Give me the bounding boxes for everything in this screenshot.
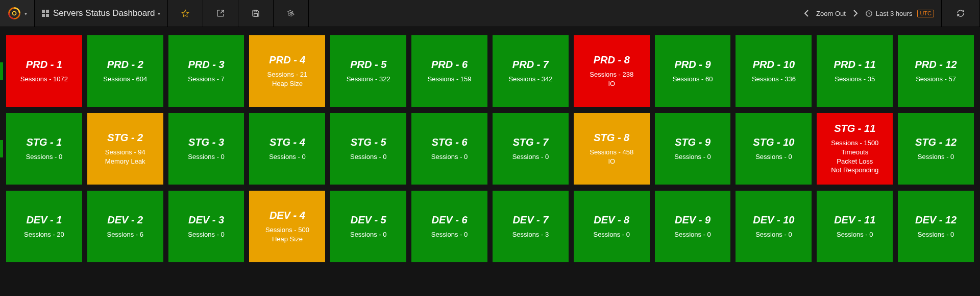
panel-metric: Sessions - 7 xyxy=(188,75,225,84)
status-panel[interactable]: DEV - 9Sessions - 0 xyxy=(655,191,731,262)
status-panel[interactable]: PRD - 7Sessions - 342 xyxy=(493,35,569,107)
panel-metric: Sessions - 0 xyxy=(918,230,954,239)
status-panel[interactable]: DEV - 5Sessions - 0 xyxy=(330,191,406,262)
panel-metric: Sessions - 500 xyxy=(265,225,309,235)
status-panel[interactable]: PRD - 8Sessions - 238IO xyxy=(574,35,650,107)
status-panel[interactable]: STG - 7Sessions - 0 xyxy=(493,113,569,185)
panel-metric: Sessions - 0 xyxy=(755,152,792,162)
status-panel[interactable]: STG - 2Sessions - 94Memory Leak xyxy=(87,113,163,185)
star-dashboard-button[interactable] xyxy=(168,0,203,27)
time-range-picker[interactable]: Last 3 hours xyxy=(865,10,913,17)
panel-title: PRD - 11 xyxy=(834,59,876,71)
panel-title: DEV - 4 xyxy=(270,210,305,221)
panel-metric: Sessions - 0 xyxy=(674,230,711,239)
star-icon xyxy=(181,9,189,17)
dashboard-grid-icon xyxy=(42,10,49,17)
panel-metric: Sessions - 342 xyxy=(508,75,552,84)
status-panel[interactable]: DEV - 10Sessions - 0 xyxy=(736,191,812,262)
row-handle[interactable] xyxy=(0,62,3,80)
panel-metric: Sessions - 0 xyxy=(918,152,954,162)
status-panel[interactable]: DEV - 6Sessions - 0 xyxy=(411,191,487,262)
panel-metric: Sessions - 336 xyxy=(752,75,796,84)
status-panel[interactable]: DEV - 11Sessions - 0 xyxy=(817,191,893,262)
panel-metric: Sessions - 159 xyxy=(428,75,472,84)
panel-metric: Sessions - 0 xyxy=(431,230,468,239)
status-panel[interactable]: PRD - 9Sessions - 60 xyxy=(655,35,731,107)
status-panel[interactable]: STG - 6Sessions - 0 xyxy=(411,113,487,185)
share-icon xyxy=(216,9,225,17)
status-panel[interactable]: STG - 8Sessions - 458IO xyxy=(574,113,650,185)
status-panel[interactable]: STG - 12Sessions - 0 xyxy=(898,113,974,185)
svg-rect-4 xyxy=(42,14,45,17)
status-panel[interactable]: DEV - 3Sessions - 0 xyxy=(168,191,244,262)
save-dashboard-button[interactable] xyxy=(238,0,274,27)
panel-metric: Sessions - 458 xyxy=(590,148,633,157)
panel-metric: Memory Leak xyxy=(105,157,145,166)
status-panel[interactable]: DEV - 2Sessions - 6 xyxy=(87,191,163,262)
status-panel[interactable]: DEV - 1Sessions - 20 xyxy=(6,191,82,262)
panel-metric: Sessions - 604 xyxy=(103,75,147,84)
time-forward-button[interactable] xyxy=(851,10,860,17)
status-panel[interactable]: STG - 1Sessions - 0 xyxy=(6,113,82,185)
status-panel[interactable]: PRD - 6Sessions - 159 xyxy=(411,35,487,107)
panel-metric: IO xyxy=(608,79,615,88)
status-panel[interactable]: DEV - 4Sessions - 500Heap Size xyxy=(249,191,325,262)
panel-metric: Sessions - 3 xyxy=(512,230,549,239)
panel-title: STG - 4 xyxy=(270,136,305,148)
status-panel[interactable]: STG - 11Sessions - 1500TimeoutsPacket Lo… xyxy=(817,113,893,185)
status-panel[interactable]: PRD - 4Sessions - 21Heap Size xyxy=(249,35,325,107)
time-back-button[interactable] xyxy=(802,10,811,17)
status-panel[interactable]: PRD - 2Sessions - 604 xyxy=(87,35,163,107)
status-panel[interactable]: PRD - 5Sessions - 322 xyxy=(330,35,406,107)
panel-metric: Timeouts xyxy=(841,148,868,157)
status-panel[interactable]: PRD - 11Sessions - 35 xyxy=(817,35,893,107)
dashboard-picker[interactable]: Servers Status Dashboard ▾ xyxy=(35,0,168,27)
panel-title: DEV - 11 xyxy=(834,214,875,226)
status-panel[interactable]: STG - 9Sessions - 0 xyxy=(655,113,731,185)
panel-title: PRD - 6 xyxy=(431,59,468,71)
status-panel[interactable]: STG - 4Sessions - 0 xyxy=(249,113,325,185)
zoom-out-button[interactable]: Zoom Out xyxy=(816,10,846,17)
panel-metric: Sessions - 35 xyxy=(835,75,875,84)
status-panel[interactable]: STG - 3Sessions - 0 xyxy=(168,113,244,185)
panel-metric: Sessions - 238 xyxy=(590,70,633,79)
panel-metric: Sessions - 0 xyxy=(755,230,792,239)
panel-title: PRD - 1 xyxy=(26,59,62,71)
status-panel[interactable]: STG - 5Sessions - 0 xyxy=(330,113,406,185)
panel-title: DEV - 6 xyxy=(432,214,468,226)
panel-title: STG - 5 xyxy=(351,136,386,148)
panel-title: STG - 11 xyxy=(834,123,875,134)
status-panel[interactable]: DEV - 12Sessions - 0 xyxy=(898,191,974,262)
svg-rect-7 xyxy=(254,14,258,16)
panel-metric: Sessions - 0 xyxy=(512,152,549,162)
status-panel[interactable]: PRD - 10Sessions - 336 xyxy=(736,35,812,107)
time-controls: Zoom Out Last 3 hours UTC xyxy=(795,0,942,27)
status-panel[interactable]: PRD - 3Sessions - 7 xyxy=(168,35,244,107)
panel-metric: Sessions - 322 xyxy=(347,75,390,84)
row-handle[interactable] xyxy=(0,140,3,157)
panel-metric: Sessions - 0 xyxy=(188,152,225,162)
panel-metric: Packet Loss xyxy=(837,157,873,166)
panel-title: STG - 1 xyxy=(26,136,62,148)
settings-button[interactable] xyxy=(274,0,309,27)
svg-point-8 xyxy=(290,12,292,14)
status-panel[interactable]: DEV - 8Sessions - 0 xyxy=(574,191,650,262)
svg-rect-5 xyxy=(46,14,49,17)
status-panel[interactable]: PRD - 12Sessions - 57 xyxy=(898,35,974,107)
panel-metric: Sessions - 1500 xyxy=(831,139,878,148)
share-dashboard-button[interactable] xyxy=(203,0,238,27)
dashboard-title: Servers Status Dashboard xyxy=(53,8,155,18)
panel-metric: Sessions - 60 xyxy=(673,75,713,84)
status-panel[interactable]: STG - 10Sessions - 0 xyxy=(736,113,812,185)
panel-title: STG - 9 xyxy=(675,136,710,148)
status-panel[interactable]: DEV - 7Sessions - 3 xyxy=(493,191,569,262)
grafana-logo-icon xyxy=(7,6,21,20)
refresh-button[interactable] xyxy=(942,0,980,27)
panel-title: DEV - 3 xyxy=(188,214,224,226)
status-panel[interactable]: PRD - 1Sessions - 1072 xyxy=(6,35,82,107)
panel-row: STG - 1Sessions - 0STG - 2Sessions - 94M… xyxy=(6,113,974,185)
panel-metric: Sessions - 0 xyxy=(269,152,306,162)
panel-title: DEV - 8 xyxy=(594,214,629,226)
logo-menu[interactable]: ▾ xyxy=(0,0,35,27)
panel-title: DEV - 1 xyxy=(26,214,62,226)
